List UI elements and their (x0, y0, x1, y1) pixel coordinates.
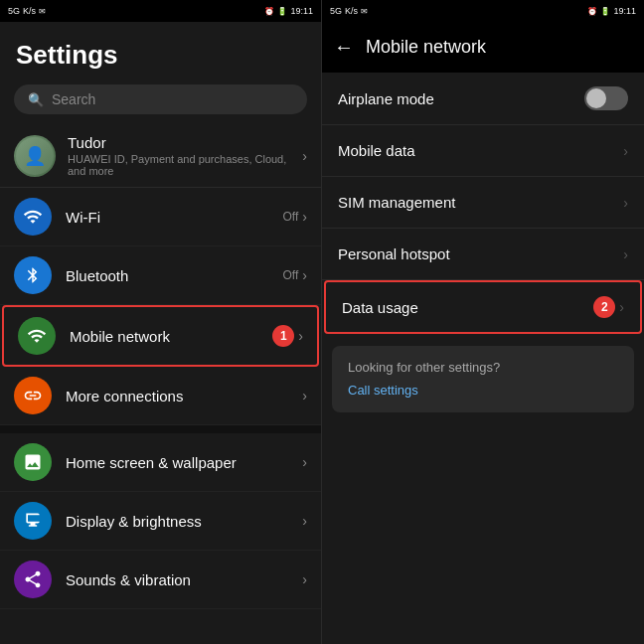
wifi-label: Wi-Fi (66, 209, 269, 226)
data-usage-chevron-icon: › (619, 299, 624, 315)
settings-item-more-connections[interactable]: More connections › (0, 367, 321, 425)
user-section[interactable]: 👤 Tudor HUAWEI ID, Payment and purchases… (0, 124, 321, 188)
right-battery-icon: 🔋 (600, 7, 610, 16)
mobile-network-icon-bg (18, 317, 56, 355)
sim-management-chevron-icon: › (623, 195, 628, 211)
bluetooth-value: Off (283, 268, 299, 282)
right-item-airplane-mode[interactable]: Airplane mode (322, 73, 644, 125)
right-msg-icon: ✉ (361, 7, 368, 16)
call-settings-link[interactable]: Call settings (348, 383, 418, 398)
avatar-inner: 👤 (16, 137, 54, 175)
more-connections-right: › (302, 388, 307, 403)
search-icon: 🔍 (28, 92, 44, 107)
status-bar-left-icons: 5G K/s ✉ (8, 6, 46, 16)
home-screen-content: Home screen & wallpaper (66, 454, 288, 471)
data-usage-right: 2 › (593, 296, 624, 318)
right-status-bar: 5G K/s ✉ ⏰ 🔋 19:11 (322, 0, 644, 22)
personal-hotspot-chevron-icon: › (623, 246, 628, 262)
more-connections-content: More connections (66, 388, 288, 404)
right-time: 19:11 (613, 6, 636, 16)
display-icon-bg (14, 502, 52, 540)
search-bar[interactable]: 🔍 Search (14, 84, 307, 114)
personal-hotspot-label: Personal hotspot (338, 245, 623, 262)
right-list: Airplane mode Mobile data › SIM manageme… (322, 73, 644, 644)
user-chevron-icon: › (302, 148, 307, 164)
mobile-data-label: Mobile data (338, 142, 623, 159)
airplane-mode-toggle[interactable] (584, 86, 628, 110)
avatar-face: 👤 (24, 145, 46, 167)
status-bar-right-icons: ⏰ 🔋 19:11 (264, 6, 313, 16)
right-header: ← Mobile network (322, 22, 644, 73)
display-right: › (302, 513, 307, 529)
bluetooth-label: Bluetooth (66, 267, 269, 284)
right-panel-title: Mobile network (366, 37, 486, 58)
user-info: Tudor HUAWEI ID, Payment and purchases, … (68, 134, 290, 177)
mobile-data-right: › (623, 143, 628, 159)
wifi-right: Off › (283, 209, 307, 225)
bluetooth-content: Bluetooth (66, 267, 269, 284)
alarm-icon: ⏰ (264, 7, 274, 16)
msg-icon: ✉ (39, 7, 46, 16)
mobile-network-badge: 1 (272, 325, 294, 347)
wifi-chevron-icon: › (302, 209, 307, 225)
right-panel: 5G K/s ✉ ⏰ 🔋 19:11 ← Mobile network Airp… (322, 0, 644, 644)
suggestion-box: Looking for other settings? Call setting… (332, 346, 634, 412)
mobile-network-right: 1 › (272, 325, 303, 347)
settings-item-home-screen[interactable]: Home screen & wallpaper › (0, 433, 321, 492)
data-speed: K/s (23, 6, 36, 16)
mobile-network-label: Mobile network (70, 328, 258, 345)
time-left: 19:11 (290, 6, 313, 16)
display-chevron-icon: › (302, 513, 307, 529)
user-name: Tudor (68, 134, 290, 151)
more-connections-chevron-icon: › (302, 388, 307, 403)
search-placeholder: Search (52, 91, 95, 107)
bluetooth-icon-bg (14, 256, 52, 294)
avatar: 👤 (14, 135, 56, 177)
settings-item-mobile-network[interactable]: Mobile network 1 › (2, 305, 319, 367)
more-connections-icon-bg (14, 377, 52, 414)
wifi-content: Wi-Fi (66, 209, 269, 226)
mobile-network-content: Mobile network (70, 328, 258, 345)
wifi-icon-bg (14, 198, 52, 236)
right-item-sim-management[interactable]: SIM management › (322, 177, 644, 229)
home-screen-right: › (302, 454, 307, 470)
personal-hotspot-right: › (623, 246, 628, 262)
settings-item-wifi[interactable]: Wi-Fi Off › (0, 188, 321, 246)
display-content: Display & brightness (66, 513, 288, 530)
home-screen-icon-bg (14, 443, 52, 481)
home-screen-label: Home screen & wallpaper (66, 454, 288, 471)
sounds-label: Sounds & vibration (66, 571, 288, 588)
mobile-network-chevron-icon: › (298, 328, 303, 344)
right-item-data-usage[interactable]: Data usage 2 › (324, 280, 642, 334)
sim-management-label: SIM management (338, 194, 623, 211)
right-status-right: ⏰ 🔋 19:11 (587, 6, 636, 16)
settings-item-sounds[interactable]: Sounds & vibration › (0, 551, 321, 609)
sim-management-right: › (623, 195, 628, 211)
more-connections-label: More connections (66, 388, 288, 404)
data-usage-label: Data usage (342, 299, 593, 316)
data-usage-badge: 2 (593, 296, 615, 318)
sounds-chevron-icon: › (302, 571, 307, 587)
right-alarm-icon: ⏰ (587, 7, 597, 16)
sounds-content: Sounds & vibration (66, 571, 288, 588)
right-status-left: 5G K/s ✉ (330, 6, 368, 16)
divider-1 (0, 425, 321, 433)
back-button[interactable]: ← (334, 36, 354, 59)
bluetooth-chevron-icon: › (302, 267, 307, 283)
right-item-mobile-data[interactable]: Mobile data › (322, 125, 644, 177)
settings-title: Settings (0, 22, 321, 80)
sounds-right: › (302, 571, 307, 587)
settings-item-display[interactable]: Display & brightness › (0, 492, 321, 551)
signal-strength: 5G (8, 6, 20, 16)
airplane-mode-right (584, 86, 628, 110)
wifi-value: Off (283, 210, 299, 224)
toggle-knob (586, 88, 606, 108)
display-label: Display & brightness (66, 513, 288, 530)
sounds-icon-bg (14, 561, 52, 598)
right-item-personal-hotspot[interactable]: Personal hotspot › (322, 229, 644, 280)
settings-item-bluetooth[interactable]: Bluetooth Off › (0, 246, 321, 305)
left-panel: 5G K/s ✉ ⏰ 🔋 19:11 Settings 🔍 Search 👤 T… (0, 0, 322, 644)
airplane-mode-label: Airplane mode (338, 90, 584, 107)
battery-icon: 🔋 (277, 7, 287, 16)
right-signal: 5G (330, 6, 342, 16)
